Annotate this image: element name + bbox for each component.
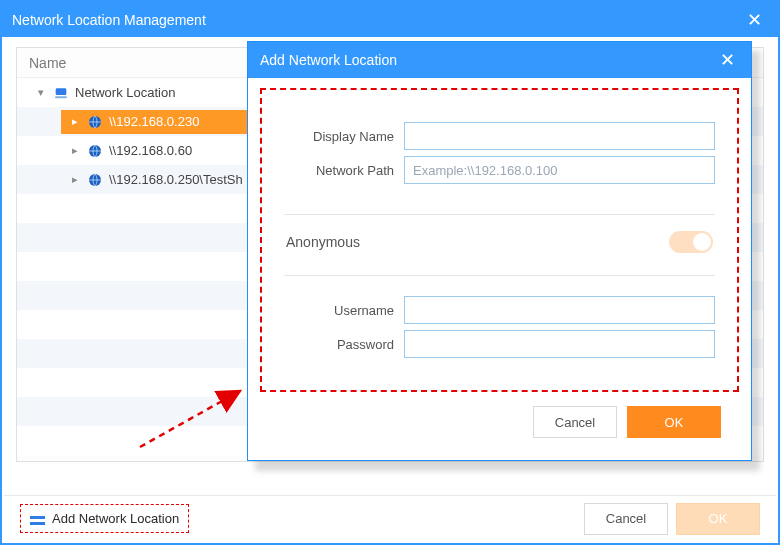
dialog-location-section: Display Name Network Path [278, 112, 721, 210]
dialog-form-highlight: Display Name Network Path Anonymous Use [260, 88, 739, 392]
network-path-row: Network Path [284, 156, 715, 184]
tree-item-label: \\192.168.0.230 [109, 114, 199, 129]
dialog-cancel-button[interactable]: Cancel [533, 406, 617, 438]
username-input[interactable] [404, 296, 715, 324]
svg-rect-0 [56, 88, 67, 95]
tree-item-label: \\192.168.0.250\TestSh [109, 172, 243, 187]
password-input[interactable] [404, 330, 715, 358]
main-titlebar: Network Location Management ✕ [2, 2, 778, 37]
add-network-location-dialog: Add Network Location ✕ Display Name Netw… [247, 41, 752, 461]
dialog-title: Add Network Location [260, 52, 397, 68]
chevron-right-icon[interactable]: ▸ [69, 144, 81, 157]
network-location-icon [87, 172, 103, 188]
chevron-down-icon[interactable]: ▾ [35, 86, 47, 99]
tree-item-label: \\192.168.0.60 [109, 143, 192, 158]
main-footer: Add Network Location Cancel OK [4, 495, 776, 541]
display-name-input[interactable] [404, 122, 715, 150]
close-icon[interactable]: ✕ [716, 49, 739, 71]
username-row: Username [284, 296, 715, 324]
network-path-label: Network Path [284, 163, 394, 178]
dialog-credentials-section: Username Password [278, 286, 721, 368]
svg-rect-1 [55, 96, 67, 98]
display-name-row: Display Name [284, 122, 715, 150]
username-label: Username [284, 303, 394, 318]
tree-root-label: Network Location [75, 85, 175, 100]
password-row: Password [284, 330, 715, 358]
main-footer-actions: Cancel OK [584, 503, 760, 535]
divider [284, 214, 715, 215]
tree-item-1[interactable]: ▸ \\192.168.0.60 [61, 139, 200, 163]
divider [284, 275, 715, 276]
anonymous-row: Anonymous [278, 225, 721, 271]
dialog-ok-button[interactable]: OK [627, 406, 721, 438]
network-path-input[interactable] [404, 156, 715, 184]
network-location-icon [87, 114, 103, 130]
tree-item-2[interactable]: ▸ \\192.168.0.250\TestSh [61, 168, 251, 192]
ok-button[interactable]: OK [676, 503, 760, 535]
display-name-label: Display Name [284, 129, 394, 144]
network-location-icon [87, 143, 103, 159]
tree-root[interactable]: ▾ Network Location [17, 85, 175, 101]
cancel-button[interactable]: Cancel [584, 503, 668, 535]
dialog-titlebar: Add Network Location ✕ [248, 42, 751, 78]
dialog-body: Display Name Network Path Anonymous Use [248, 78, 751, 444]
chevron-right-icon[interactable]: ▸ [69, 173, 81, 186]
add-network-icon [30, 513, 45, 525]
chevron-right-icon[interactable]: ▸ [69, 115, 81, 128]
password-label: Password [284, 337, 394, 352]
main-window-title: Network Location Management [12, 12, 206, 28]
network-root-icon [53, 85, 69, 101]
anonymous-label: Anonymous [286, 234, 360, 250]
toggle-knob-icon [693, 233, 711, 251]
add-network-location-label: Add Network Location [52, 511, 179, 526]
add-network-location-button[interactable]: Add Network Location [20, 504, 189, 533]
close-icon[interactable]: ✕ [741, 9, 768, 31]
dialog-footer: Cancel OK [260, 392, 739, 438]
anonymous-toggle[interactable] [669, 231, 713, 253]
